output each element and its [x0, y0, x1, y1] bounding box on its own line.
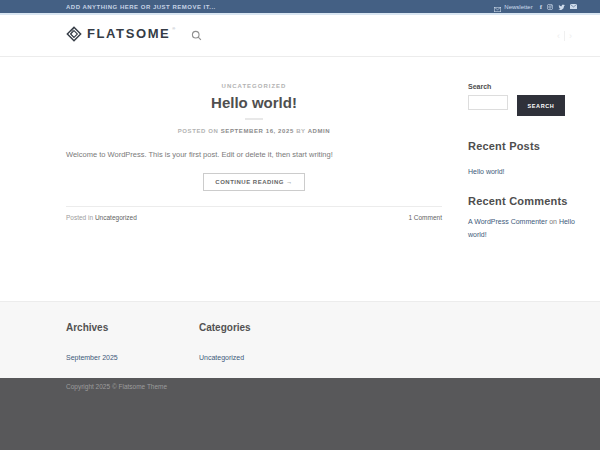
- main-content: UNCATEGORIZED Hello world! POSTED ON SEP…: [0, 57, 600, 301]
- post-category-label[interactable]: UNCATEGORIZED: [66, 83, 442, 89]
- list-item: September 2025: [66, 346, 199, 364]
- header-divider: [564, 31, 565, 41]
- post-article: UNCATEGORIZED Hello world! POSTED ON SEP…: [66, 83, 442, 301]
- recent-posts-title: Recent Posts: [468, 140, 580, 152]
- search-icon: [191, 27, 202, 45]
- post-excerpt: Welcome to WordPress. This is your first…: [66, 149, 442, 161]
- post-footer-divider: [66, 206, 442, 207]
- recent-comment-item: A WordPress Commenter on Hello world!: [468, 215, 580, 242]
- flatsome-diamond-icon: [66, 26, 82, 46]
- newsletter-label: Newsletter: [504, 4, 532, 10]
- list-item: Hello world!: [468, 160, 580, 178]
- absolute-footer: Copyright 2025 © Flatsome Theme: [0, 378, 600, 450]
- top-bar: ADD ANYTHING HERE OR JUST REMOVE IT... N…: [0, 0, 600, 13]
- post-footer-meta: Posted in Uncategorized 1 Comment: [66, 214, 442, 221]
- site-header: FLATSOME ® ‹ ›: [0, 15, 600, 57]
- continue-reading-row: CONTINUE READING →: [66, 170, 442, 191]
- recent-post-link[interactable]: Hello world!: [468, 168, 505, 175]
- posted-on-label: POSTED ON: [178, 128, 219, 134]
- post-title[interactable]: Hello world!: [66, 94, 442, 111]
- search-widget-label: Search: [468, 83, 580, 90]
- registered-mark: ®: [172, 26, 175, 31]
- search-row: SEARCH: [468, 95, 580, 116]
- posted-in-category-link[interactable]: Uncategorized: [95, 214, 137, 221]
- posted-in-label: Posted in: [66, 214, 95, 221]
- social-icons: f: [540, 3, 577, 11]
- header-search-button[interactable]: [191, 27, 202, 45]
- comment-on-text: on: [547, 218, 559, 225]
- chevron-right-icon[interactable]: ›: [569, 31, 572, 41]
- post-meta: POSTED ON SEPTEMBER 16, 2025 BY ADMIN: [66, 128, 442, 134]
- post-title-divider: [245, 118, 263, 120]
- continue-reading-button[interactable]: CONTINUE READING →: [203, 173, 304, 191]
- by-label: BY: [296, 128, 305, 134]
- chevron-left-icon[interactable]: ‹: [557, 31, 560, 41]
- footer-widgets: Archives September 2025 Categories Uncat…: [0, 301, 600, 378]
- search-widget: Search SEARCH: [468, 83, 580, 116]
- categories-widget: Categories Uncategorized: [199, 322, 332, 378]
- topbar-message: ADD ANYTHING HERE OR JUST REMOVE IT...: [66, 4, 216, 10]
- recent-comments-widget: Recent Comments A WordPress Commenter on…: [468, 195, 580, 242]
- archive-month-link[interactable]: September 2025: [66, 354, 118, 361]
- comments-count-link[interactable]: 1 Comment: [408, 214, 442, 221]
- recent-comments-title: Recent Comments: [468, 195, 580, 207]
- post-author-link[interactable]: ADMIN: [308, 128, 331, 134]
- categories-title: Categories: [199, 322, 332, 333]
- facebook-icon[interactable]: f: [540, 3, 542, 11]
- search-submit-button[interactable]: SEARCH: [517, 95, 565, 116]
- logo-text: FLATSOME: [87, 26, 170, 42]
- twitter-icon[interactable]: [558, 4, 565, 10]
- email-icon[interactable]: [570, 4, 577, 9]
- category-link[interactable]: Uncategorized: [199, 354, 244, 361]
- archives-title: Archives: [66, 322, 199, 333]
- recent-posts-widget: Recent Posts Hello world!: [468, 140, 580, 178]
- copyright-text: Copyright 2025 © Flatsome Theme: [66, 383, 600, 390]
- comment-author-link[interactable]: A WordPress Commenter: [468, 218, 547, 225]
- site-logo[interactable]: FLATSOME ®: [66, 26, 175, 46]
- search-input[interactable]: [468, 95, 508, 110]
- archives-widget: Archives September 2025: [66, 322, 199, 378]
- instagram-icon[interactable]: [547, 4, 553, 10]
- post-date-link[interactable]: SEPTEMBER 16, 2025: [221, 128, 294, 134]
- header-right-controls: ‹ ›: [557, 31, 572, 41]
- list-item: Uncategorized: [199, 346, 332, 364]
- posted-in: Posted in Uncategorized: [66, 214, 137, 221]
- sidebar: Search SEARCH Recent Posts Hello world! …: [468, 83, 580, 301]
